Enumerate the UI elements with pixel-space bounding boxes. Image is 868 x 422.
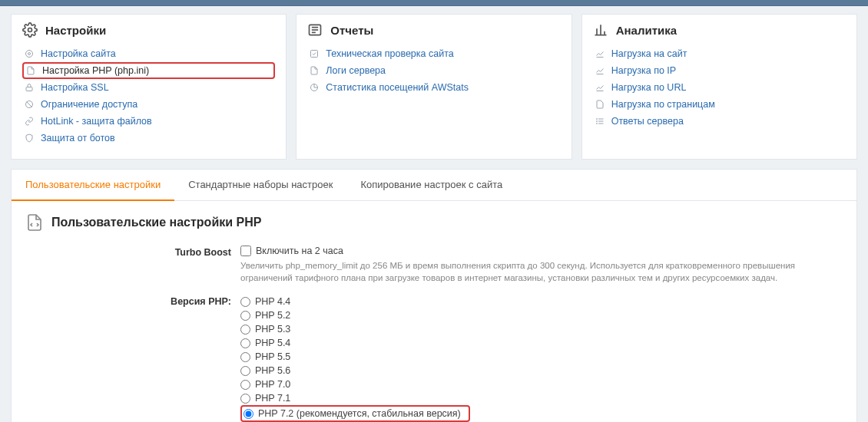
reports-item-logs[interactable]: Логи сервера xyxy=(307,62,560,79)
reports-item-label[interactable]: Техническая проверка сайта xyxy=(326,48,453,59)
reports-item-awstats[interactable]: Статистика посещений AWStats xyxy=(307,79,560,96)
panel-reports-title: Отчеты xyxy=(330,24,373,37)
panel-reports-header: Отчеты xyxy=(307,22,560,38)
content-title: Пользовательские настройки PHP xyxy=(51,216,261,229)
gear-icon xyxy=(22,22,38,38)
settings-item-ssl[interactable]: Настройка SSL xyxy=(22,79,275,96)
tab-user-settings[interactable]: Пользовательские настройки xyxy=(12,170,174,201)
panel-settings: Настройки Настройка сайта Настройка PHP … xyxy=(11,14,287,160)
panel-settings-title: Настройки xyxy=(45,24,106,37)
ban-icon xyxy=(24,99,35,110)
analytics-item-label[interactable]: Ответы сервера xyxy=(611,116,684,127)
settings-item-label[interactable]: Настройка сайта xyxy=(41,48,116,59)
settings-item-label[interactable]: HotLink - защита файлов xyxy=(41,116,152,127)
settings-item-label[interactable]: Настройка SSL xyxy=(41,82,109,93)
settings-item-label[interactable]: Ограничение доступа xyxy=(41,99,137,110)
reports-item-label[interactable]: Статистика посещений AWStats xyxy=(326,82,469,93)
turbo-checkbox-line: Включить на 2 часа xyxy=(240,246,843,256)
analytics-item-label[interactable]: Нагрузка по URL xyxy=(611,82,687,93)
analytics-item-label[interactable]: Нагрузка на сайт xyxy=(611,48,687,59)
panel-analytics: Аналитика Нагрузка на сайт Нагрузка по I… xyxy=(581,14,857,160)
php-option[interactable]: PHP 5.3 xyxy=(240,322,843,336)
panel-analytics-title: Аналитика xyxy=(616,24,677,37)
panel-settings-list: Настройка сайта Настройка PHP (php.ini) … xyxy=(22,45,275,147)
tab-copy-settings[interactable]: Копирование настроек с сайта xyxy=(346,170,516,200)
settings-item-bots[interactable]: Защита от ботов xyxy=(22,130,275,147)
php-file-icon xyxy=(25,65,36,76)
analytics-item-url[interactable]: Нагрузка по URL xyxy=(593,79,846,96)
php-option[interactable]: PHP 5.4 xyxy=(240,336,843,350)
turbo-field: Включить на 2 часа Увеличить php_memory_… xyxy=(240,246,843,284)
analytics-item-responses[interactable]: Ответы сервера xyxy=(593,113,846,130)
php-option[interactable]: PHP 5.2 xyxy=(240,308,843,322)
panel-settings-header: Настройки xyxy=(22,22,275,38)
php-radio[interactable] xyxy=(240,366,250,376)
settings-item-site[interactable]: Настройка сайта xyxy=(22,45,275,62)
svg-rect-10 xyxy=(311,51,318,58)
settings-item-php[interactable]: Настройка PHP (php.ini) xyxy=(22,62,275,79)
panel-analytics-list: Нагрузка на сайт Нагрузка по IP Нагрузка… xyxy=(593,45,846,130)
svg-point-23 xyxy=(596,124,597,124)
reports-item-check[interactable]: Техническая проверка сайта xyxy=(307,45,560,62)
php-version-list: PHP 4.4 PHP 5.2 PHP 5.3 PHP 5.4 PHP 5.5 … xyxy=(240,295,843,422)
graph-icon xyxy=(595,82,605,93)
php-version-field: PHP 4.4 PHP 5.2 PHP 5.3 PHP 5.4 PHP 5.5 … xyxy=(240,295,843,422)
tab-standard-sets[interactable]: Стандартные наборы настроек xyxy=(174,170,346,200)
php-page-icon xyxy=(25,213,44,232)
analytics-item-ip[interactable]: Нагрузка по IP xyxy=(593,62,846,79)
svg-point-21 xyxy=(596,119,597,120)
settings-item-access[interactable]: Ограничение доступа xyxy=(22,96,275,113)
content: Пользовательские настройки PHP Turbo Boo… xyxy=(11,201,857,422)
svg-point-2 xyxy=(26,51,33,58)
graph-icon xyxy=(595,48,605,59)
php-option-label: PHP 5.3 xyxy=(255,324,290,335)
turbo-hint: Увеличить php_memory_limit до 256 МБ и в… xyxy=(240,259,843,284)
reports-item-label[interactable]: Логи сервера xyxy=(326,65,386,76)
newspaper-icon xyxy=(307,22,323,38)
php-option[interactable]: PHP 4.4 xyxy=(240,295,843,308)
turbo-label: Turbo Boost xyxy=(25,246,240,284)
php-radio[interactable] xyxy=(240,325,250,335)
php-option[interactable]: PHP 5.6 xyxy=(240,364,843,377)
svg-point-1 xyxy=(28,53,31,55)
php-radio[interactable] xyxy=(240,352,250,362)
php-option-recommended[interactable]: PHP 7.2 (рекомендуется, стабильная верси… xyxy=(240,405,470,422)
row-turbo: Turbo Boost Включить на 2 часа Увеличить… xyxy=(25,246,843,284)
php-option-label: PHP 5.4 xyxy=(255,338,290,348)
check-square-icon xyxy=(309,48,320,59)
svg-point-22 xyxy=(596,121,597,122)
php-radio[interactable] xyxy=(244,409,253,419)
php-version-label: Версия PHP: xyxy=(25,295,240,422)
php-option[interactable]: PHP 5.5 xyxy=(240,350,843,364)
tabs: Пользовательские настройки Стандартные н… xyxy=(12,170,856,201)
php-radio[interactable] xyxy=(240,394,250,404)
php-option[interactable]: PHP 7.0 xyxy=(240,377,843,391)
php-option-label: PHP 7.2 (рекомендуется, стабильная верси… xyxy=(258,408,461,419)
php-radio[interactable] xyxy=(240,380,250,390)
graph-icon xyxy=(595,65,605,76)
turbo-checkbox[interactable] xyxy=(240,246,251,256)
analytics-item-label[interactable]: Нагрузка по страницам xyxy=(611,99,715,110)
cog-small-icon xyxy=(24,48,35,59)
link-icon xyxy=(24,116,35,127)
analytics-item-label[interactable]: Нагрузка по IP xyxy=(611,65,677,76)
php-radio[interactable] xyxy=(240,297,250,307)
panel-analytics-header: Аналитика xyxy=(593,22,846,38)
settings-item-hotlink[interactable]: HotLink - защита файлов xyxy=(22,113,275,130)
php-radio[interactable] xyxy=(240,311,250,321)
php-option-label: PHP 5.5 xyxy=(255,351,290,362)
analytics-item-site[interactable]: Нагрузка на сайт xyxy=(593,45,846,62)
top-bar xyxy=(0,0,868,6)
list-icon xyxy=(595,116,605,127)
php-option-label: PHP 7.0 xyxy=(255,379,290,390)
php-option[interactable]: PHP 7.1 xyxy=(240,391,843,405)
php-radio[interactable] xyxy=(240,338,250,348)
pie-chart-icon xyxy=(309,82,320,93)
settings-item-label[interactable]: Защита от ботов xyxy=(41,133,115,143)
php-option-label: PHP 5.6 xyxy=(255,365,290,376)
content-title-row: Пользовательские настройки PHP xyxy=(25,213,843,232)
analytics-item-pages[interactable]: Нагрузка по страницам xyxy=(593,96,846,113)
panel-reports-list: Техническая проверка сайта Логи сервера … xyxy=(307,45,560,96)
file-icon xyxy=(595,99,605,110)
turbo-checkbox-label: Включить на 2 часа xyxy=(256,246,343,256)
